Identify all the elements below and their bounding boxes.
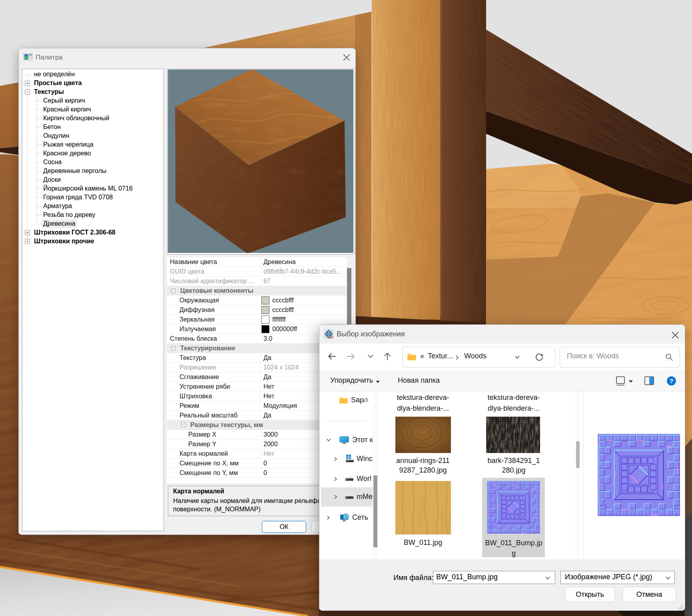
svg-text:25: 25	[329, 335, 333, 339]
